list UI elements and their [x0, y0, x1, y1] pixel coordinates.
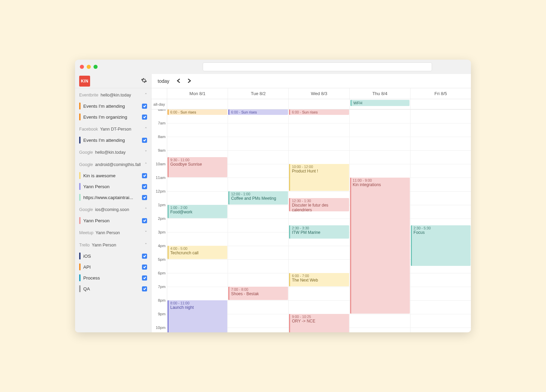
sidebar-calendar-item[interactable]: QA — [75, 283, 151, 294]
sidebar-section-head[interactable]: Facebook Yann DT-Person˄ — [75, 122, 151, 135]
calendar: Mon 8/1Tue 8/2Wed 8/3Thu 8/4Fri 8/5 all-… — [152, 88, 471, 332]
calendar-color-strip — [79, 103, 81, 109]
sidebar-section-head[interactable]: Google hello@kin.today˅ — [75, 146, 151, 158]
event-time: 1:00 - 2:00 — [170, 206, 226, 210]
sidebar-calendar-item[interactable]: Process — [75, 272, 151, 283]
hour-label: 6am — [158, 109, 166, 111]
calendar-color-strip — [79, 274, 81, 281]
hour-label: 4pm — [158, 244, 166, 248]
calendar-event[interactable]: 2:30 - 3:30ITW PM Marine — [289, 225, 349, 239]
calendar-event[interactable]: 1:00 - 2:00Food@work — [168, 205, 227, 218]
app-logo: KIN — [79, 76, 90, 87]
calendar-checkbox[interactable] — [142, 115, 147, 120]
calendar-event[interactable]: 9:30 - 11:00Goodbye Sunrise — [168, 157, 227, 177]
event-title: ITW PM Marine — [292, 230, 347, 235]
calendar-checkbox[interactable] — [142, 184, 147, 189]
gear-icon[interactable] — [141, 77, 147, 85]
sidebar-section-head[interactable]: Eventbrite hello@kin.today˄ — [75, 88, 151, 101]
calendar-checkbox[interactable] — [142, 265, 147, 270]
event-title: ORY -> NCE — [292, 319, 347, 323]
sidebar-calendar-item[interactable]: API — [75, 261, 151, 272]
day-column[interactable]: 6:00 - Sun rises10:00 - 12:00Product Hun… — [289, 109, 349, 332]
sidebar-calendar-item[interactable]: iOS — [75, 251, 151, 261]
sidebar-calendar-item[interactable]: Events I'm attending — [75, 101, 151, 111]
calendar-event[interactable]: 6:00 - 7:00The Next Web — [289, 273, 349, 286]
sidebar-calendar-item[interactable]: Yann Person — [75, 215, 151, 226]
event-title: Food@work — [170, 210, 226, 214]
calendar-event[interactable]: 6:00 - Sun rises — [168, 109, 227, 115]
calendar-color-strip — [79, 217, 81, 224]
calendar-event[interactable]: 12:00 - 1:00Coffee and PMs Meeting — [228, 191, 288, 205]
sidebar-calendar-item[interactable]: Yann Person — [75, 181, 151, 192]
url-bar[interactable] — [203, 62, 432, 71]
event-title: Techcrunch call — [170, 251, 226, 255]
close-icon[interactable] — [80, 65, 84, 69]
calendar-checkbox[interactable] — [142, 104, 147, 109]
event-title: The Next Web — [292, 278, 347, 283]
sidebar-section-head[interactable]: Google ios@coming.soon˄ — [75, 203, 151, 215]
calendar-color-strip — [79, 137, 81, 144]
sidebar-section-head[interactable]: Trello Yann Person˄ — [75, 238, 151, 251]
allday-cell[interactable] — [289, 99, 349, 109]
sidebar-calendar-item[interactable]: Events I'm organizing — [75, 111, 151, 122]
today-button[interactable]: today — [155, 76, 172, 86]
event-title: Kin integrations — [353, 182, 408, 187]
allday-label: all-day — [152, 99, 167, 109]
allday-event[interactable]: WFH — [350, 100, 410, 106]
calendar-event[interactable]: 10:00 - 12:00Product Hunt ! — [289, 164, 349, 191]
sidebar-section-head[interactable]: Meetup Yann Person˅ — [75, 226, 151, 238]
day-header: Wed 8/3 — [289, 88, 349, 99]
event-time: 9:00 - 10:25 — [292, 315, 347, 319]
calendar-label: Events I'm attending — [83, 138, 139, 143]
allday-cell[interactable] — [228, 99, 289, 109]
event-time: 10:00 - 12:00 — [292, 165, 347, 169]
sidebar-calendar-item[interactable]: https://www.captaintrai... — [75, 192, 151, 203]
hour-label: 9am — [158, 148, 166, 152]
day-column[interactable]: 6:00 - Sun rises12:00 - 1:00Coffee and P… — [228, 109, 289, 332]
event-title: Coffee and PMs Meeting — [231, 196, 286, 201]
calendar-event[interactable]: 11:00 - 9:00Kin integrations — [350, 178, 410, 314]
hour-label: 2pm — [158, 216, 166, 221]
calendar-color-strip — [79, 285, 81, 292]
calendar-checkbox[interactable] — [142, 254, 147, 259]
next-week-button[interactable] — [185, 77, 194, 86]
calendar-checkbox[interactable] — [142, 195, 147, 200]
calendar-color-strip — [79, 172, 81, 179]
calendar-event[interactable]: 6:00 - Sun rises — [289, 109, 349, 115]
calendar-event[interactable]: 12:30 - 1:30Discuter le futur des calend… — [289, 198, 349, 211]
sidebar-top: KIN — [75, 74, 151, 88]
day-column[interactable]: 2:30 - 5:30Focus — [411, 109, 471, 332]
calendar-label: API — [83, 265, 139, 270]
chevron-up-icon: ˄ — [145, 126, 147, 132]
event-time: 12:30 - 1:30 — [292, 199, 347, 203]
calendar-label: QA — [83, 286, 139, 291]
calendar-label: https://www.captaintrai... — [83, 195, 139, 200]
calendar-checkbox[interactable] — [142, 138, 147, 143]
calendar-event[interactable]: 4:00 - 5:00Techcrunch call — [168, 246, 227, 259]
sidebar-calendar-item[interactable]: Events I'm attending — [75, 135, 151, 146]
calendar-checkbox[interactable] — [142, 218, 147, 223]
calendar-event[interactable]: 8:00 - 11:00Launch night — [168, 300, 227, 332]
day-column[interactable]: 11:00 - 9:00Kin integrations — [350, 109, 411, 332]
allday-cell[interactable] — [411, 99, 471, 109]
minimize-icon[interactable] — [87, 65, 91, 69]
maximize-icon[interactable] — [94, 65, 98, 69]
sidebar-section-head[interactable]: Google android@comingthis.fall˄ — [75, 158, 151, 170]
sidebar-calendar-item[interactable]: Kin is awesome — [75, 170, 151, 181]
calendar-event[interactable]: 2:30 - 5:30Focus — [411, 225, 471, 266]
calendar-color-strip — [79, 183, 81, 190]
calendar-checkbox[interactable] — [142, 173, 147, 178]
event-time: 2:30 - 3:30 — [292, 226, 347, 230]
calendar-checkbox[interactable] — [142, 286, 147, 291]
day-column[interactable]: 6:00 - Sun rises9:30 - 11:00Goodbye Sunr… — [167, 109, 228, 332]
calendar-checkbox[interactable] — [142, 275, 147, 281]
allday-cell[interactable] — [167, 99, 228, 109]
calendar-event[interactable]: 7:00 - 8:00Shoes - Bestak — [228, 287, 288, 300]
allday-cell[interactable]: WFH — [350, 99, 411, 109]
chevron-down-icon: ˅ — [145, 230, 147, 236]
prev-week-button[interactable] — [174, 77, 183, 86]
calendar-event[interactable]: 9:00 - 10:25ORY -> NCE — [289, 314, 349, 332]
calendar-event[interactable]: 6:00 - Sun rises — [228, 109, 288, 115]
calendar-grid-scroll[interactable]: 6am7am8am9am10am11am12pm1pm2pm3pm4pm5pm6… — [152, 109, 471, 332]
calendar-label: Events I'm organizing — [83, 115, 139, 120]
